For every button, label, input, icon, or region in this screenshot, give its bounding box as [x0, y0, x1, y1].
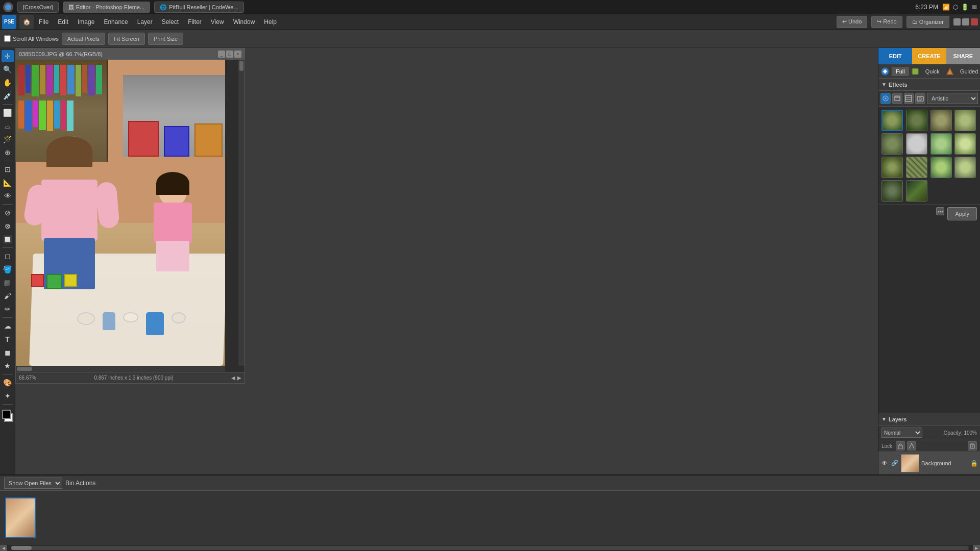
color-replace-tool[interactable]: 🎨: [2, 377, 14, 389]
menu-edit[interactable]: Edit: [54, 16, 72, 28]
scroll-track[interactable]: [11, 546, 969, 550]
canvas-minimize[interactable]: _: [218, 51, 225, 58]
eraser-tool[interactable]: ◻: [2, 250, 14, 262]
quick-select-tool[interactable]: ⊕: [2, 146, 14, 159]
layers-header[interactable]: ▼ Layers: [878, 413, 980, 425]
clone-tool[interactable]: 🔲: [2, 233, 14, 245]
scroll-all-checkbox[interactable]: Scroll All Windows: [4, 35, 59, 42]
effects-type-select[interactable]: Artistic Brush Strokes Distort Sketch St…: [927, 93, 978, 104]
effect-thumb-4[interactable]: [954, 110, 976, 131]
tab-edit[interactable]: EDIT: [878, 48, 912, 64]
gradient-tool[interactable]: ▦: [2, 277, 14, 289]
scroll-thumb[interactable]: [11, 546, 32, 550]
redo-button[interactable]: ↪ Redo: [871, 16, 902, 28]
canvas-close[interactable]: ×: [234, 51, 241, 58]
magic-wand-tool[interactable]: 🪄: [2, 133, 14, 145]
effects-filters-btn[interactable]: [880, 93, 891, 104]
custom-shape-tool[interactable]: ★: [2, 360, 14, 372]
lock-image-btn[interactable]: [907, 441, 916, 450]
home-button[interactable]: 🏠: [19, 15, 34, 29]
effects-photo-btn[interactable]: [915, 93, 925, 104]
layer-visibility-toggle[interactable]: 👁: [880, 459, 889, 467]
effect-thumb-10[interactable]: [906, 157, 927, 178]
apply-button[interactable]: Apply: [947, 207, 977, 220]
effect-thumb-6[interactable]: [906, 133, 927, 155]
spot-heal-tool[interactable]: ⊘: [2, 207, 14, 219]
pencil-tool[interactable]: ✏: [2, 303, 14, 315]
marquee-tool[interactable]: ⬜: [2, 107, 14, 119]
canvas-scrollbar-horizontal[interactable]: [16, 366, 225, 372]
layers-mode-select[interactable]: Normal Multiply Screen Overlay: [881, 428, 922, 438]
organizer-button[interactable]: 🗂 Organizer: [906, 16, 949, 28]
scrollbar-thumb-v[interactable]: [239, 61, 243, 71]
effect-thumb-8[interactable]: [954, 133, 976, 155]
menu-image[interactable]: Image: [74, 16, 99, 28]
taskbar-pitbull[interactable]: 🌐 PitBull Reseller | CodeWe...: [154, 2, 243, 13]
fit-screen-btn[interactable]: Fit Screen: [108, 33, 145, 45]
menu-enhance[interactable]: Enhance: [100, 16, 132, 28]
effects-textures-btn[interactable]: [904, 93, 914, 104]
scroll-left-btn[interactable]: ◀: [0, 545, 7, 551]
effect-thumb-2[interactable]: [906, 110, 927, 131]
effects-header[interactable]: ▼ Effects: [878, 79, 980, 91]
smart-brush-tool[interactable]: ✦: [2, 390, 14, 402]
tab-share[interactable]: SHARE: [946, 48, 980, 64]
delete-layer-btn[interactable]: [968, 441, 977, 450]
undo-button[interactable]: ↩ Undo: [837, 16, 867, 28]
red-eye-tool[interactable]: 👁: [2, 190, 14, 202]
canvas-scrollbar-vertical[interactable]: [238, 60, 244, 366]
filmstrip-thumb-1[interactable]: [5, 497, 36, 538]
mode-guided[interactable]: Guided: [956, 67, 980, 76]
menu-select[interactable]: Select: [158, 16, 183, 28]
window-close[interactable]: [971, 18, 978, 26]
foreground-color[interactable]: [2, 410, 11, 419]
lock-transparency-btn[interactable]: [896, 441, 905, 450]
actual-pixels-btn[interactable]: Actual Pixels: [62, 33, 105, 45]
layer-row-background[interactable]: 👁 🔗 Background 🔒: [878, 452, 980, 474]
scroll-right-btn[interactable]: ▶: [973, 545, 980, 551]
effect-thumb-9[interactable]: [881, 157, 903, 178]
lasso-tool[interactable]: ⌓: [2, 120, 14, 132]
effects-menu-btn[interactable]: [936, 207, 944, 215]
brush-tool[interactable]: 🖌: [2, 290, 14, 302]
window-minimize[interactable]: [953, 18, 961, 26]
text-tool[interactable]: T: [2, 333, 14, 345]
menu-file[interactable]: File: [35, 16, 53, 28]
shape-tool[interactable]: ◼: [2, 346, 14, 359]
tab-create[interactable]: CREATE: [912, 48, 946, 64]
scrollbar-thumb-h[interactable]: [17, 367, 32, 371]
show-open-files-select[interactable]: Show Open Files: [4, 478, 62, 489]
effect-thumb-11[interactable]: [930, 157, 952, 178]
menu-help[interactable]: Help: [260, 16, 281, 28]
window-maximize[interactable]: [962, 18, 969, 26]
effect-thumb-3[interactable]: [930, 110, 952, 131]
menu-window[interactable]: Window: [229, 16, 259, 28]
menu-filter[interactable]: Filter: [184, 16, 206, 28]
print-size-btn[interactable]: Print Size: [148, 33, 183, 45]
nav-next[interactable]: ▶: [237, 375, 241, 381]
hand-tool[interactable]: ✋: [2, 77, 14, 89]
nav-prev[interactable]: ◀: [231, 375, 235, 381]
taskbar-crossover[interactable]: [CrossOver]: [17, 2, 59, 13]
canvas-restore[interactable]: □: [226, 51, 233, 58]
menu-view[interactable]: View: [207, 16, 228, 28]
effect-thumb-7[interactable]: [930, 133, 952, 155]
bottom-scrollbar[interactable]: ◀ ▶: [0, 545, 980, 551]
straighten-tool[interactable]: 📐: [2, 177, 14, 189]
effects-layer-btn[interactable]: [892, 93, 902, 104]
effect-thumb-14[interactable]: [906, 180, 927, 202]
layer-link-btn[interactable]: 🔗: [891, 459, 899, 467]
crop-tool[interactable]: ⊡: [2, 163, 14, 176]
heal-tool[interactable]: ⊗: [2, 220, 14, 232]
mode-quick[interactable]: Quick: [921, 67, 944, 76]
paint-bucket-tool[interactable]: 🪣: [2, 263, 14, 276]
effect-thumb-12[interactable]: [954, 157, 976, 178]
smudge-tool[interactable]: ☁: [2, 320, 14, 332]
effect-thumb-13[interactable]: [881, 180, 903, 202]
move-tool[interactable]: ✛: [2, 50, 14, 62]
effect-thumb-1[interactable]: [881, 110, 903, 131]
effect-thumb-5[interactable]: [881, 133, 903, 155]
photo-canvas[interactable]: [16, 60, 225, 366]
zoom-tool[interactable]: 🔍: [2, 63, 14, 76]
taskbar-editor[interactable]: 🖼 Editor - Photoshop Eleme...: [63, 2, 151, 13]
